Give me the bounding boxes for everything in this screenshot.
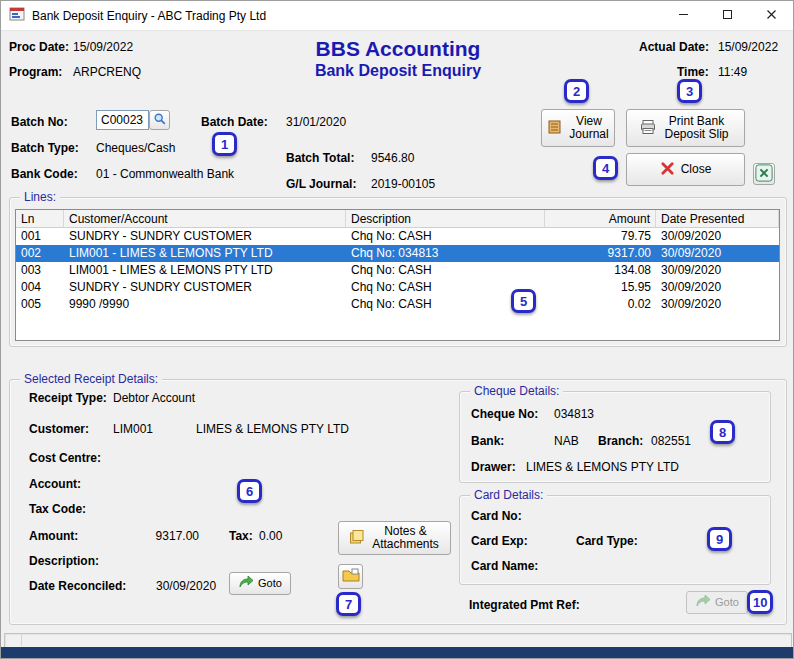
export-excel-button[interactable] [753, 163, 775, 185]
view-journal-button[interactable]: View Journal [541, 109, 615, 147]
annotation-badge-4: 4 [593, 156, 618, 180]
window-bottom-edge [1, 647, 794, 658]
search-icon [153, 112, 167, 129]
annotation-badge-7: 7 [336, 592, 361, 616]
gl-journal-value: 2019-00105 [371, 177, 435, 191]
batch-total-label: Batch Total: [286, 151, 354, 165]
cell-customer: LIM001 - LIMES & LEMONS PTY LTD [64, 262, 346, 279]
bank-label: Bank: [471, 434, 504, 448]
annotation-badge-6: 6 [237, 479, 262, 503]
excel-icon [755, 164, 773, 185]
amount-value: 9317.00 [121, 529, 199, 543]
batch-no-input[interactable] [96, 110, 149, 130]
cell-customer: LIM001 - LIMES & LEMONS PTY LTD [64, 245, 346, 262]
column-header-ln[interactable]: Ln [16, 210, 64, 227]
table-row[interactable]: 005 9990 /9990 Chq No: CASH 0.02 30/09/2… [16, 296, 779, 313]
card-type-label: Card Type: [576, 534, 638, 548]
cell-ln: 002 [16, 245, 64, 262]
time-value: 11:49 [718, 65, 747, 79]
table-row[interactable]: 004 SUNDRY - SUNDRY CUSTOMER Chq No: CAS… [16, 279, 779, 296]
batch-no-search-button[interactable] [149, 110, 170, 130]
proc-date-value: 15/09/2022 [73, 40, 133, 54]
program-label: Program: [9, 65, 62, 79]
notes-attachments-button[interactable]: Notes & Attachments [338, 521, 451, 555]
column-header-customer[interactable]: Customer/Account [64, 210, 346, 227]
bank-code-label: Bank Code: [11, 167, 78, 181]
account-label: Account: [29, 477, 81, 491]
proc-date-label: Proc Date: [9, 40, 69, 54]
batch-type-label: Batch Type: [11, 141, 79, 155]
cell-amount: 134.08 [545, 262, 656, 279]
print-deposit-slip-label: Print Bank Deposit Slip [662, 115, 732, 141]
cell-amount: 9317.00 [545, 245, 656, 262]
printer-icon [640, 119, 656, 138]
notes-attachments-label: Notes & Attachments [371, 525, 441, 551]
print-deposit-slip-button[interactable]: Print Bank Deposit Slip [626, 109, 745, 147]
receipt-type-value: Debtor Account [113, 391, 195, 405]
cell-description: Chq No: 034813 [346, 245, 545, 262]
annotation-badge-1: 1 [212, 132, 237, 156]
cell-ln: 004 [16, 279, 64, 296]
actual-date-value: 15/09/2022 [718, 40, 778, 54]
window-title: Bank Deposit Enquiry - ABC Trading Pty L… [32, 9, 266, 23]
cell-date-presented: 30/09/2020 [656, 245, 779, 262]
tax-code-label: Tax Code: [29, 502, 86, 516]
gl-journal-label: G/L Journal: [286, 177, 356, 191]
close-window-button[interactable] [749, 1, 793, 31]
app-title: BBS Accounting [248, 37, 548, 61]
cell-date-presented: 30/09/2020 [656, 262, 779, 279]
branch-label: Branch: [598, 434, 643, 448]
attachment-folder-button[interactable] [338, 564, 363, 589]
receipt-type-label: Receipt Type: [29, 391, 107, 405]
annotation-badge-3: 3 [677, 79, 702, 103]
table-row[interactable]: 003 LIM001 - LIMES & LEMONS PTY LTD Chq … [16, 262, 779, 279]
cell-ln: 001 [16, 228, 64, 245]
journal-icon [547, 119, 563, 138]
column-header-description[interactable]: Description [346, 210, 545, 227]
cell-date-presented: 30/09/2020 [656, 296, 779, 313]
actual-date-label: Actual Date: [639, 40, 709, 54]
table-row-selected[interactable]: 002 LIM001 - LIMES & LEMONS PTY LTD Chq … [16, 245, 779, 262]
close-button[interactable]: Close [626, 153, 745, 186]
cost-centre-label: Cost Centre: [29, 451, 101, 465]
close-label: Close [681, 163, 712, 176]
annotation-badge-10: 10 [747, 590, 773, 614]
goto-arrow-icon [695, 594, 711, 611]
cheque-no-value: 034813 [554, 407, 594, 421]
minimize-button[interactable] [661, 1, 705, 31]
cell-date-presented: 30/09/2020 [656, 279, 779, 296]
annotation-badge-2: 2 [564, 79, 589, 103]
cell-description: Chq No: CASH [346, 228, 545, 245]
customer-name-value: LIMES & LEMONS PTY LTD [196, 422, 349, 436]
annotation-badge-5: 5 [511, 289, 536, 313]
minimize-icon [678, 9, 689, 23]
status-bar-divider [21, 635, 22, 646]
app-icon [9, 6, 25, 25]
maximize-button[interactable] [705, 1, 749, 31]
column-header-amount[interactable]: Amount [545, 210, 656, 227]
customer-label: Customer: [29, 422, 89, 436]
cell-date-presented: 30/09/2020 [656, 228, 779, 245]
bank-code-value: 01 - Commonwealth Bank [96, 167, 234, 181]
batch-total-value: 9546.80 [371, 151, 414, 165]
cell-customer: 9990 /9990 [64, 296, 346, 313]
receipt-details-group-label: Selected Receipt Details: [20, 372, 162, 386]
column-header-date-presented[interactable]: Date Presented [656, 210, 779, 227]
table-row[interactable]: 001 SUNDRY - SUNDRY CUSTOMER Chq No: CAS… [16, 228, 779, 245]
batch-date-label: Batch Date: [201, 115, 268, 129]
annotation-badge-8: 8 [710, 420, 735, 444]
tax-label: Tax: [229, 529, 253, 543]
cell-amount: 0.02 [545, 296, 656, 313]
card-name-label: Card Name: [471, 559, 538, 573]
card-exp-label: Card Exp: [471, 534, 528, 548]
date-reconciled-goto-button[interactable]: Goto [229, 572, 291, 595]
cheque-no-label: Cheque No: [471, 407, 538, 421]
lines-table-header: Ln Customer/Account Description Amount D… [16, 210, 779, 228]
batch-type-value: Cheques/Cash [96, 141, 175, 155]
cell-description: Chq No: CASH [346, 262, 545, 279]
status-bar [4, 633, 792, 648]
integrated-pmt-ref-label: Integrated Pmt Ref: [469, 598, 580, 612]
page-title: Bank Deposit Enquiry [248, 62, 548, 80]
cell-ln: 003 [16, 262, 64, 279]
app-window: Bank Deposit Enquiry - ABC Trading Pty L… [0, 0, 794, 659]
